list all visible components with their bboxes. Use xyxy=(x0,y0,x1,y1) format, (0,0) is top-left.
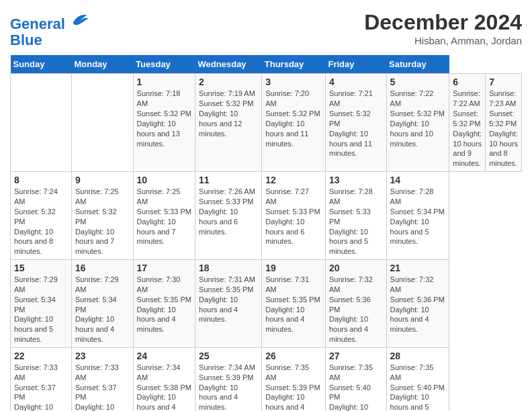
day-number: 26 xyxy=(265,351,322,361)
day-number: 22 xyxy=(14,351,68,361)
day-number: 17 xyxy=(137,263,192,273)
day-number: 8 xyxy=(14,175,68,185)
page-header: General Blue December 2024 Hisban, Amman… xyxy=(10,10,522,48)
calendar-day-24: 24 Sunrise: 7:34 AMSunset: 5:38 PMDaylig… xyxy=(133,347,195,411)
calendar-day-25: 25 Sunrise: 7:34 AMSunset: 5:39 PMDaylig… xyxy=(195,347,262,411)
calendar-day-23: 23 Sunrise: 7:33 AMSunset: 5:37 PMDaylig… xyxy=(71,347,133,411)
calendar-week-3: 15 Sunrise: 7:29 AMSunset: 5:34 PMDaylig… xyxy=(11,260,522,348)
month-title: December 2024 xyxy=(364,10,522,35)
calendar-day-11: 11 Sunrise: 7:26 AMSunset: 5:33 PMDaylig… xyxy=(195,172,262,260)
weekday-header-tuesday: Tuesday xyxy=(133,55,195,74)
day-number: 2 xyxy=(199,77,258,87)
day-info: Sunrise: 7:28 AMSunset: 5:34 PMDaylight:… xyxy=(390,187,446,246)
day-info: Sunrise: 7:33 AMSunset: 5:37 PMDaylight:… xyxy=(14,363,68,411)
weekday-header-row: SundayMondayTuesdayWednesdayThursdayFrid… xyxy=(11,55,522,74)
calendar-day-15: 15 Sunrise: 7:29 AMSunset: 5:34 PMDaylig… xyxy=(11,260,72,348)
day-number: 3 xyxy=(265,77,322,87)
calendar-day-4: 4 Sunrise: 7:21 AMSunset: 5:32 PMDayligh… xyxy=(326,74,387,172)
day-info: Sunrise: 7:35 AMSunset: 5:39 PMDaylight:… xyxy=(265,363,322,411)
calendar-week-4: 22 Sunrise: 7:33 AMSunset: 5:37 PMDaylig… xyxy=(11,347,522,411)
day-info: Sunrise: 7:35 AMSunset: 5:40 PMDaylight:… xyxy=(329,363,383,411)
calendar-day-22: 22 Sunrise: 7:33 AMSunset: 5:37 PMDaylig… xyxy=(11,347,72,411)
calendar-day-2: 2 Sunrise: 7:19 AMSunset: 5:32 PMDayligh… xyxy=(195,74,262,172)
day-info: Sunrise: 7:20 AMSunset: 5:32 PMDaylight:… xyxy=(265,89,322,148)
day-number: 15 xyxy=(14,263,68,273)
day-info: Sunrise: 7:32 AMSunset: 5:36 PMDaylight:… xyxy=(390,275,446,334)
day-number: 7 xyxy=(489,77,518,87)
calendar-day-1: 1 Sunrise: 7:18 AMSunset: 5:32 PMDayligh… xyxy=(133,74,195,172)
day-number: 14 xyxy=(390,175,446,185)
day-number: 20 xyxy=(329,263,383,273)
day-info: Sunrise: 7:25 AMSunset: 5:32 PMDaylight:… xyxy=(75,187,130,257)
day-number: 23 xyxy=(75,351,130,361)
calendar-day-8: 8 Sunrise: 7:24 AMSunset: 5:32 PMDayligh… xyxy=(11,172,72,260)
day-number: 25 xyxy=(199,351,258,361)
day-number: 13 xyxy=(329,175,383,185)
day-info: Sunrise: 7:29 AMSunset: 5:34 PMDaylight:… xyxy=(14,275,68,345)
day-info: Sunrise: 7:24 AMSunset: 5:32 PMDaylight:… xyxy=(14,187,68,257)
day-number: 11 xyxy=(199,175,258,185)
logo-bird-icon xyxy=(71,10,89,29)
calendar-day-19: 19 Sunrise: 7:31 AMSunset: 5:35 PMDaylig… xyxy=(262,260,326,348)
logo-general: General xyxy=(10,15,65,32)
day-info: Sunrise: 7:31 AMSunset: 5:35 PMDaylight:… xyxy=(199,275,258,324)
day-info: Sunrise: 7:34 AMSunset: 5:39 PMDaylight:… xyxy=(199,363,258,411)
empty-cell xyxy=(11,74,72,172)
logo-blue: Blue xyxy=(10,32,42,48)
day-info: Sunrise: 7:22 AMSunset: 5:32 PMDaylight:… xyxy=(390,89,446,148)
calendar-day-3: 3 Sunrise: 7:20 AMSunset: 5:32 PMDayligh… xyxy=(262,74,326,172)
empty-cell xyxy=(71,74,133,172)
weekday-header-thursday: Thursday xyxy=(262,55,326,74)
day-info: Sunrise: 7:32 AMSunset: 5:36 PMDaylight:… xyxy=(329,275,383,345)
calendar-day-6: 6 Sunrise: 7:22 AMSunset: 5:32 PMDayligh… xyxy=(449,74,486,172)
day-number: 18 xyxy=(199,263,258,273)
weekday-header-sunday: Sunday xyxy=(11,55,72,74)
day-info: Sunrise: 7:33 AMSunset: 5:37 PMDaylight:… xyxy=(75,363,130,411)
day-number: 10 xyxy=(137,175,192,185)
day-info: Sunrise: 7:31 AMSunset: 5:35 PMDaylight:… xyxy=(265,275,322,334)
calendar-week-2: 8 Sunrise: 7:24 AMSunset: 5:32 PMDayligh… xyxy=(11,172,522,260)
day-number: 24 xyxy=(137,351,192,361)
day-info: Sunrise: 7:26 AMSunset: 5:33 PMDaylight:… xyxy=(199,187,258,236)
day-info: Sunrise: 7:18 AMSunset: 5:32 PMDaylight:… xyxy=(137,89,192,148)
day-info: Sunrise: 7:35 AMSunset: 5:40 PMDaylight:… xyxy=(390,363,446,411)
day-info: Sunrise: 7:21 AMSunset: 5:32 PMDaylight:… xyxy=(329,89,383,158)
day-number: 16 xyxy=(75,263,130,273)
day-info: Sunrise: 7:23 AMSunset: 5:32 PMDaylight:… xyxy=(489,89,518,169)
day-number: 27 xyxy=(329,351,383,361)
weekday-header-friday: Friday xyxy=(326,55,387,74)
day-info: Sunrise: 7:34 AMSunset: 5:38 PMDaylight:… xyxy=(137,363,192,411)
day-number: 1 xyxy=(137,77,192,87)
day-info: Sunrise: 7:19 AMSunset: 5:32 PMDaylight:… xyxy=(199,89,258,138)
day-number: 12 xyxy=(265,175,322,185)
calendar-day-28: 28 Sunrise: 7:35 AMSunset: 5:40 PMDaylig… xyxy=(386,347,449,411)
location: Hisban, Amman, Jordan xyxy=(364,35,522,46)
day-number: 4 xyxy=(329,77,383,87)
calendar-day-10: 10 Sunrise: 7:25 AMSunset: 5:33 PMDaylig… xyxy=(133,172,195,260)
day-info: Sunrise: 7:30 AMSunset: 5:35 PMDaylight:… xyxy=(137,275,192,334)
calendar-day-27: 27 Sunrise: 7:35 AMSunset: 5:40 PMDaylig… xyxy=(326,347,387,411)
day-number: 9 xyxy=(75,175,130,185)
calendar-day-12: 12 Sunrise: 7:27 AMSunset: 5:33 PMDaylig… xyxy=(262,172,326,260)
calendar-week-1: 1 Sunrise: 7:18 AMSunset: 5:32 PMDayligh… xyxy=(11,74,522,172)
day-number: 5 xyxy=(390,77,446,87)
weekday-header-wednesday: Wednesday xyxy=(195,55,262,74)
calendar-day-17: 17 Sunrise: 7:30 AMSunset: 5:35 PMDaylig… xyxy=(133,260,195,348)
calendar-day-14: 14 Sunrise: 7:28 AMSunset: 5:34 PMDaylig… xyxy=(386,172,449,260)
calendar-day-21: 21 Sunrise: 7:32 AMSunset: 5:36 PMDaylig… xyxy=(386,260,449,348)
calendar-table: SundayMondayTuesdayWednesdayThursdayFrid… xyxy=(10,55,522,411)
calendar-day-5: 5 Sunrise: 7:22 AMSunset: 5:32 PMDayligh… xyxy=(386,74,449,172)
day-info: Sunrise: 7:27 AMSunset: 5:33 PMDaylight:… xyxy=(265,187,322,246)
weekday-header-monday: Monday xyxy=(71,55,133,74)
calendar-day-13: 13 Sunrise: 7:28 AMSunset: 5:33 PMDaylig… xyxy=(326,172,387,260)
day-number: 6 xyxy=(453,77,482,87)
title-block: December 2024 Hisban, Amman, Jordan xyxy=(364,10,522,46)
calendar-day-9: 9 Sunrise: 7:25 AMSunset: 5:32 PMDayligh… xyxy=(71,172,133,260)
calendar-day-20: 20 Sunrise: 7:32 AMSunset: 5:36 PMDaylig… xyxy=(326,260,387,348)
weekday-header-saturday: Saturday xyxy=(386,55,449,74)
calendar-day-18: 18 Sunrise: 7:31 AMSunset: 5:35 PMDaylig… xyxy=(195,260,262,348)
day-number: 21 xyxy=(390,263,446,273)
day-info: Sunrise: 7:22 AMSunset: 5:32 PMDaylight:… xyxy=(453,89,482,169)
day-info: Sunrise: 7:29 AMSunset: 5:34 PMDaylight:… xyxy=(75,275,130,345)
day-number: 19 xyxy=(265,263,322,273)
